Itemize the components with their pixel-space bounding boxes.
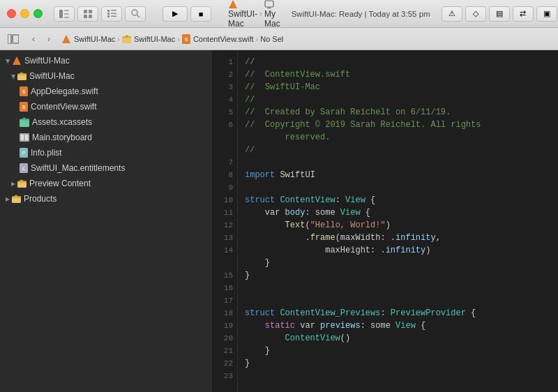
- search-button[interactable]: [125, 6, 146, 22]
- sidebar-view-button[interactable]: [6, 31, 21, 47]
- svg-marker-21: [62, 35, 70, 43]
- svg-rect-3: [64, 17, 69, 18]
- sidebar-item-root[interactable]: ▶ SwiftUI-Mac: [0, 53, 212, 68]
- svg-rect-7: [89, 15, 92, 18]
- sidebar-item-entitlements[interactable]: E SwiftUI_Mac.entitlements: [0, 160, 212, 176]
- ln-8: 7: [213, 156, 233, 169]
- ln-18: 17: [213, 294, 233, 307]
- sidebar-item-contentview[interactable]: S ContentView.swift: [0, 99, 212, 114]
- stop-button[interactable]: ■: [190, 6, 211, 22]
- svg-rect-0: [59, 10, 63, 18]
- code-line-16: }: [245, 269, 552, 282]
- breadcrumb-file[interactable]: ContentView.swift: [193, 35, 254, 43]
- git-button[interactable]: ◇: [465, 6, 486, 22]
- code-line-22: }: [245, 345, 552, 357]
- ln-16: 15: [213, 269, 233, 282]
- svg-rect-19: [8, 34, 11, 44]
- svg-text:P: P: [22, 151, 26, 156]
- indent-button[interactable]: ⇄: [513, 6, 534, 22]
- warning-button[interactable]: ⚠: [442, 6, 462, 22]
- svg-rect-10: [107, 13, 110, 15]
- ln-13: 12: [213, 219, 233, 232]
- code-editor[interactable]: 1 2 3 4 5 6 7 8 9 10 11 12 13 14 15 16 1…: [213, 50, 558, 392]
- sidebar-item-mainstoryboard[interactable]: Main.storyboard: [0, 130, 212, 145]
- line-numbers: 1 2 3 4 5 6 7 8 9 10 11 12 13 14 15 16 1…: [213, 50, 238, 392]
- svg-rect-9: [111, 10, 116, 11]
- file-navigator: ▶ SwiftUI-Mac ▶ SwiftUI-Mac S AppDelegat…: [0, 50, 213, 392]
- titlebar: ▶ ■ SwiftUI-Mac › My Mac SwiftUI-Mac: Re…: [0, 0, 558, 28]
- back-button[interactable]: ‹: [27, 32, 40, 46]
- list-button[interactable]: [101, 6, 122, 22]
- nav-arrows: ‹ ›: [27, 32, 56, 46]
- svg-rect-2: [64, 13, 69, 15]
- code-lines: // // ContentView.swift // SwiftUI-Mac /…: [238, 50, 558, 392]
- grid-button[interactable]: [77, 6, 98, 22]
- code-line-20: static var previews: some View {: [245, 319, 552, 332]
- code-line-11: struct ContentView: View {: [245, 194, 552, 206]
- close-button[interactable]: [7, 9, 16, 18]
- entitlements-label: SwiftUI_Mac.entitlements: [31, 163, 125, 173]
- svg-rect-20: [13, 35, 19, 43]
- svg-marker-25: [13, 56, 21, 65]
- layout-button[interactable]: ▤: [489, 6, 510, 22]
- sidebar-toggle-button[interactable]: [54, 6, 75, 22]
- code-line-1: //: [245, 56, 552, 68]
- svg-rect-5: [89, 10, 92, 13]
- code-line-21: ContentView(): [245, 332, 552, 345]
- breadcrumb-project[interactable]: SwiftUI-Mac: [74, 35, 115, 43]
- device-name: My Mac: [264, 0, 280, 29]
- ln-17: 16: [213, 282, 233, 294]
- ln-5: 5: [213, 106, 233, 119]
- toolbar-right: ⚠ ◇ ▤ ⇄ ▣: [442, 6, 557, 22]
- code-line-8: [245, 156, 552, 169]
- triangle-icon: ▶: [6, 196, 10, 202]
- appdelegate-label: AppDelegate.swift: [31, 86, 98, 96]
- code-line-9: import SwiftUI: [245, 169, 552, 181]
- code-line-18: [245, 294, 552, 307]
- svg-rect-34: [25, 135, 28, 140]
- code-line-6b: reserved.: [245, 131, 552, 144]
- previewcontent-label: Preview Content: [29, 179, 91, 188]
- contentview-label: ContentView.swift: [31, 102, 97, 112]
- breadcrumb-folder[interactable]: SwiftUI-Mac: [134, 35, 175, 43]
- triangle-icon: ▶: [11, 181, 15, 187]
- ln-23: 22: [213, 357, 233, 370]
- sidebar-item-products[interactable]: ▶ Products: [0, 191, 212, 206]
- code-line-14a: .frame(maxWidth: .infinity,: [245, 232, 552, 244]
- sidebar-item-previewcontent[interactable]: ▶ Preview Content: [0, 176, 212, 191]
- minimize-button[interactable]: [20, 9, 29, 18]
- svg-rect-6: [84, 15, 87, 18]
- bc-sep-1: ›: [117, 35, 120, 43]
- sidebar-item-appdelegate[interactable]: S AppDelegate.swift: [0, 84, 212, 99]
- run-button[interactable]: ▶: [163, 6, 188, 22]
- breadcrumb-selection[interactable]: No Sel: [260, 35, 283, 43]
- bc-sep-2: ›: [177, 35, 180, 43]
- infoplist-label: Info.plist: [31, 148, 62, 158]
- maximize-button[interactable]: [33, 9, 43, 18]
- svg-rect-4: [84, 10, 87, 13]
- svg-point-14: [132, 10, 137, 15]
- svg-text:S: S: [22, 105, 26, 110]
- forward-button[interactable]: ›: [42, 32, 56, 46]
- svg-line-15: [137, 15, 140, 17]
- status-text: SwiftUI-Mac: Ready | Today at 3:55 pm: [292, 10, 430, 18]
- mainstoryboard-label: Main.storyboard: [32, 133, 92, 142]
- right-panel-button[interactable]: ▣: [536, 6, 557, 22]
- sidebar-folder-label: SwiftUI-Mac: [29, 71, 75, 81]
- ln-11: 10: [213, 194, 233, 206]
- ln-15: 14: [213, 244, 233, 257]
- svg-marker-16: [229, 0, 237, 8]
- code-line-10: [245, 181, 552, 194]
- svg-rect-11: [111, 13, 116, 15]
- ln-6: 6: [213, 119, 233, 131]
- code-line-2: // ContentView.swift: [245, 68, 552, 81]
- ln-24: 23: [213, 370, 233, 382]
- svg-rect-8: [107, 10, 110, 12]
- code-line-4: //: [245, 93, 552, 106]
- toolbar-controls: [54, 6, 146, 22]
- svg-text:E: E: [22, 167, 25, 171]
- breadcrumb-toolbar: ‹ › SwiftUI-Mac › SwiftUI-Mac › S Conten…: [0, 28, 558, 50]
- sidebar-item-infoplist[interactable]: P Info.plist: [0, 145, 212, 160]
- sidebar-item-assets[interactable]: Assets.xcassets: [0, 114, 212, 130]
- sidebar-item-swiftuimac[interactable]: ▶ SwiftUI-Mac: [0, 68, 212, 84]
